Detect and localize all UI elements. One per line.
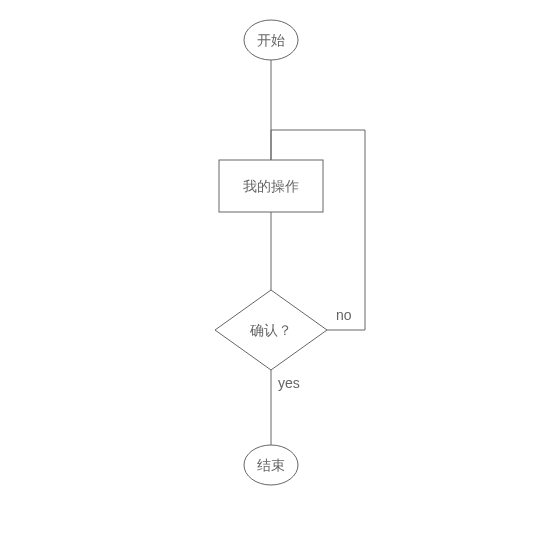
start-label: 开始 [257,32,285,48]
edge-no-label: no [336,307,352,323]
process-label: 我的操作 [243,178,299,194]
edge-yes-label: yes [278,375,300,391]
decision-label: 确认？ [249,322,292,338]
end-label: 结束 [257,457,285,473]
